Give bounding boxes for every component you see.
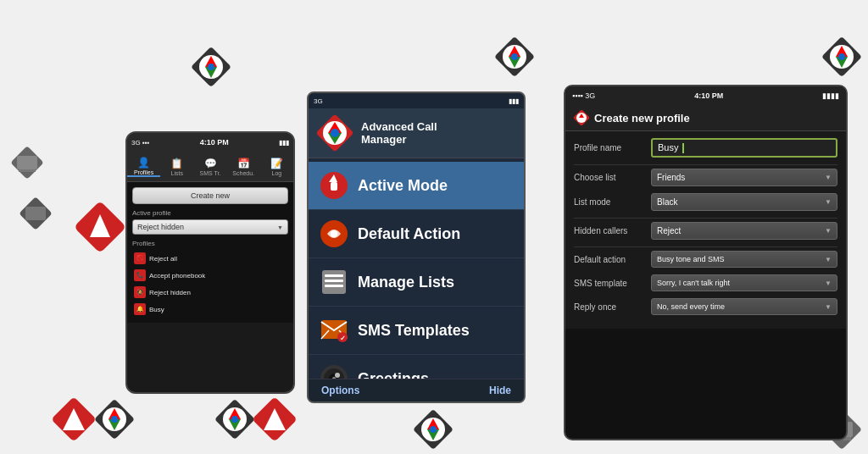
profile-name-input[interactable]: Busy [651, 138, 837, 158]
nav-log[interactable]: 📝 Log [260, 158, 293, 176]
form-header: Create new profile [565, 105, 846, 131]
time-3: 4:10 PM [694, 91, 723, 100]
default-action-icon [319, 219, 349, 249]
sms-template-select[interactable]: Sorry, I can't talk right ▼ [651, 274, 837, 291]
nav-lists-label: Lists [171, 170, 183, 176]
phone-screen-2: 3G ▮▮▮ Advanced Call Manager [307, 91, 526, 403]
profile-name-1: Reject all [149, 255, 177, 263]
active-mode-icon [319, 170, 349, 201]
lists-nav-icon: 📋 [170, 158, 183, 169]
form-row-choose-list: Choose list Friends ▼ [574, 169, 837, 186]
profiles-nav-icon: 👤 [137, 157, 150, 169]
create-new-button[interactable]: Create new [132, 187, 288, 204]
default-action-arrow: ▼ [825, 256, 832, 263]
deco-icon-top-left-2 [188, 44, 234, 90]
status-bar-1: 3G ▪▪▪ 4:10 PM ▮▮▮ [127, 133, 293, 152]
dropdown-arrow-1: ▼ [277, 224, 283, 230]
svg-point-50 [335, 373, 340, 378]
menu-header: Advanced Call Manager [309, 108, 524, 158]
deco-icon-left-arrow [75, 202, 125, 252]
signal-2: 3G [314, 97, 323, 105]
manage-lists-label: Manage Lists [358, 274, 454, 291]
cursor [682, 143, 684, 153]
schedule-nav-icon: 📅 [237, 158, 250, 169]
profile-item-4[interactable]: 🔔 Busy [132, 301, 288, 318]
profile-name-4: Busy [149, 306, 164, 313]
manage-lists-icon [319, 267, 349, 297]
form-row-profile-name: Profile name Busy [574, 138, 837, 158]
svg-point-18 [231, 416, 238, 423]
profile-name-2: Accept phonebook [149, 272, 205, 280]
divider-3 [574, 246, 837, 247]
deco-icon-bottom-left2 [51, 396, 97, 442]
phone-screen-3: ▪▪▪▪ 3G 4:10 PM ▮▮▮▮ Create new profile … [564, 85, 848, 440]
svg-point-2 [208, 64, 214, 70]
status-bar-3: ▪▪▪▪ 3G 4:10 PM ▮▮▮▮ [565, 86, 846, 105]
profile-name-label: Profile name [574, 143, 646, 152]
default-action-value: Busy tone and SMS [657, 255, 725, 263]
nav-sms-label: SMS Tr. [200, 170, 221, 176]
deco-icon-bottom-center3 [410, 407, 456, 452]
hidden-callers-select[interactable]: Reject ▼ [651, 222, 837, 240]
svg-point-13 [111, 416, 118, 423]
menu-item-active-mode[interactable]: Active Mode [309, 162, 524, 210]
sms-template-label: SMS template [574, 279, 646, 288]
form-row-sms-template: SMS template Sorry, I can't talk right ▼ [574, 274, 837, 291]
sms-template-arrow: ▼ [825, 280, 832, 287]
deco-icon-bottom-center2 [252, 396, 298, 442]
profile-item-3[interactable]: 🔕 Reject hidden [132, 284, 288, 301]
form-row-hidden-callers: Hidden callers Reject ▼ [574, 222, 837, 240]
svg-rect-42 [325, 285, 343, 287]
default-action-form-label: Default action [574, 255, 646, 264]
deco-icon-top-right [819, 34, 865, 80]
profile-icon-2: 📞 [134, 269, 146, 281]
form-title: Create new profile [594, 112, 690, 125]
options-button[interactable]: Options [321, 385, 359, 396]
form-row-default-action: Default action Busy tone and SMS ▼ [574, 251, 837, 268]
profile-item-1[interactable]: 🚫 Reject all [132, 250, 288, 267]
svg-point-5 [511, 53, 518, 60]
nav-profiles-label: Profiles [134, 169, 153, 175]
deco-icon-tl2 [17, 195, 54, 232]
menu-footer: Options Hide [309, 379, 524, 401]
reply-once-label: Reply once [574, 302, 646, 312]
svg-rect-40 [325, 274, 343, 277]
svg-point-38 [331, 230, 337, 237]
svg-text:✓: ✓ [340, 335, 346, 342]
menu-item-manage-lists[interactable]: Manage Lists [309, 258, 524, 307]
sms-templates-icon: ✓ [319, 315, 349, 346]
list-mode-arrow: ▼ [825, 198, 832, 206]
form-row-reply-once: Reply once No, send every time ▼ [574, 298, 837, 315]
form-header-icon [574, 110, 589, 125]
nav-bar-1: 👤 Profiles 📋 Lists 💬 SMS Tr. 📅 Schedu. 📝… [127, 152, 293, 182]
deco-icon-top-center [492, 34, 537, 80]
list-mode-select[interactable]: Black ▼ [651, 193, 837, 211]
phone-body-1: Create new Active profile Reject hidden … [127, 182, 293, 323]
nav-profiles[interactable]: 👤 Profiles [127, 157, 160, 177]
reply-once-value: No, send every time [657, 302, 725, 311]
nav-sms[interactable]: 💬 SMS Tr. [193, 158, 226, 176]
hide-button[interactable]: Hide [489, 385, 511, 396]
log-nav-icon: 📝 [270, 158, 283, 169]
hidden-callers-arrow: ▼ [825, 227, 832, 235]
menu-item-sms-templates[interactable]: ✓ SMS Templates [309, 307, 524, 355]
reply-once-select[interactable]: No, send every time ▼ [651, 298, 837, 315]
active-profile-dropdown[interactable]: Reject hidden ▼ [132, 219, 288, 235]
signal-indicator: 3G ▪▪▪ [131, 139, 149, 147]
profile-item-2[interactable]: 📞 Accept phonebook [132, 267, 288, 284]
list-mode-value: Black [657, 197, 677, 207]
phone-screen-1: 3G ▪▪▪ 4:10 PM ▮▮▮ 👤 Profiles 📋 Lists 💬 … [125, 131, 295, 394]
svg-point-8 [838, 53, 845, 60]
nav-lists[interactable]: 📋 Lists [160, 158, 193, 176]
choose-list-select[interactable]: Friends ▼ [651, 169, 837, 186]
choose-list-label: Choose list [574, 173, 646, 182]
default-action-select[interactable]: Busy tone and SMS ▼ [651, 251, 837, 268]
choose-list-value: Friends [657, 173, 685, 182]
hidden-callers-value: Reject [657, 226, 681, 235]
profiles-section-label: Profiles [132, 240, 288, 247]
active-profile-label: Active profile [132, 209, 288, 217]
menu-item-default-action[interactable]: Default Action [309, 210, 524, 258]
sms-nav-icon: 💬 [204, 158, 217, 169]
list-mode-label: List mode [574, 197, 646, 207]
nav-schedule[interactable]: 📅 Schedu. [227, 158, 260, 176]
